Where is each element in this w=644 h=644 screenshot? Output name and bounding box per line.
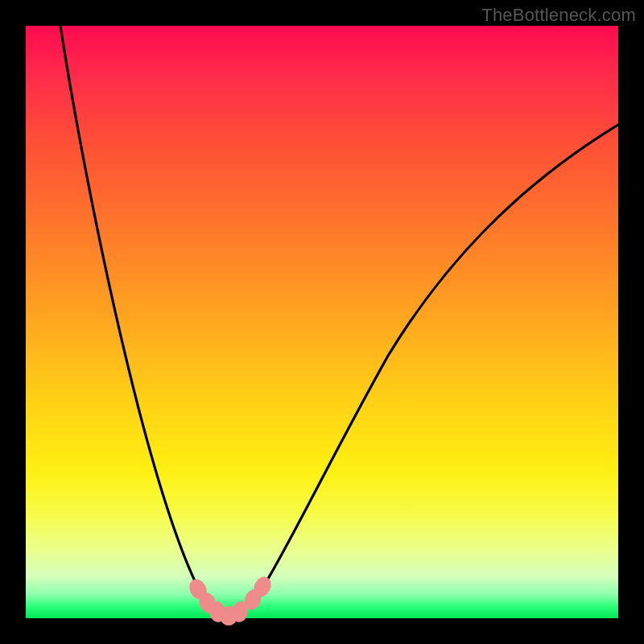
chart-frame: TheBottleneck.com [0, 0, 644, 644]
watermark-text: TheBottleneck.com [481, 5, 636, 26]
bottleneck-curve [60, 26, 618, 616]
marker-group [186, 574, 275, 625]
curve-svg [26, 26, 618, 618]
plot-area [26, 26, 618, 618]
